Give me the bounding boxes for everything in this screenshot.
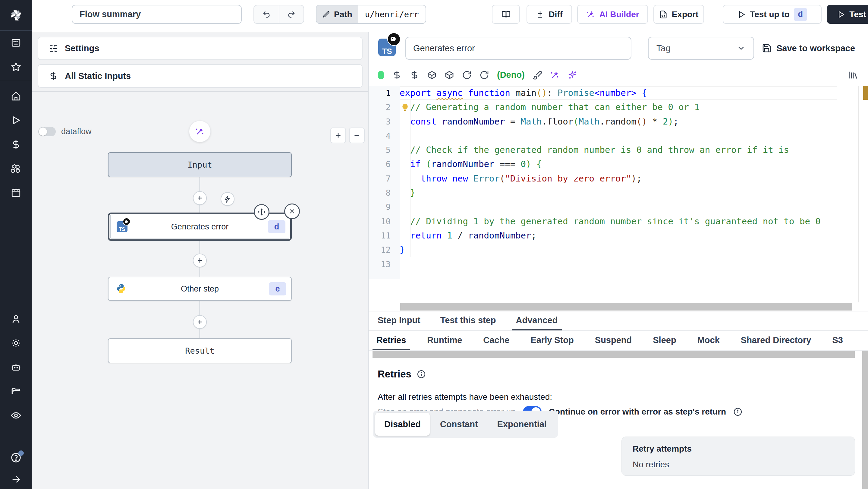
all-static-inputs-button[interactable]: All Static Inputs (38, 64, 363, 88)
sidebar-item-apps[interactable] (0, 31, 32, 55)
sidebar-item-home[interactable] (0, 84, 32, 108)
code-line-9[interactable] (400, 200, 837, 214)
redo-button[interactable] (279, 5, 304, 23)
play-icon (837, 10, 845, 19)
flow-summary-input[interactable] (72, 5, 242, 24)
sidebar-item-audit-logs[interactable] (0, 403, 32, 428)
add-variable-icon[interactable] (392, 70, 402, 80)
flow-graph[interactable]: dataflow Input (32, 92, 368, 489)
sidebar-item-schedules[interactable] (0, 181, 32, 205)
stab-early-stop[interactable]: Early Stop (527, 332, 578, 350)
zoom-in-button[interactable] (330, 127, 346, 143)
tag-select[interactable]: Tag (648, 37, 754, 60)
code-line-3[interactable]: const randomNumber = Math.floor(Math.ran… (400, 115, 837, 129)
code-line-1[interactable]: export async function main(): Promise<nu… (400, 86, 837, 100)
sidebar-item-users[interactable] (0, 307, 32, 331)
dataflow-toggle[interactable] (38, 127, 56, 136)
trigger-button[interactable] (221, 192, 235, 206)
stab-s3[interactable]: S3 (829, 332, 847, 350)
format-brush-icon[interactable] (532, 70, 542, 80)
code-line-11[interactable]: return 1 / randomNumber; (400, 228, 837, 243)
tab-test-this-step[interactable]: Test this step (436, 311, 500, 330)
diff-label: Diff (549, 10, 563, 19)
sidebar-item-runs[interactable] (0, 108, 32, 132)
step-name-input[interactable] (405, 37, 631, 60)
stab-retries[interactable]: Retries (373, 332, 410, 350)
save-to-workspace-button[interactable]: Save to workspace (762, 37, 855, 60)
docs-button[interactable] (492, 5, 520, 24)
undo-button[interactable] (254, 5, 279, 23)
insert-step-button-1[interactable] (193, 191, 207, 205)
editor-code[interactable]: export async function main(): Promise<nu… (400, 86, 837, 279)
insert-step-button-2[interactable] (193, 253, 207, 267)
sidebar-item-favorites[interactable] (0, 55, 32, 79)
sparkles-icon[interactable] (567, 70, 577, 80)
stab-shared-directory[interactable]: Shared Directory (737, 332, 815, 350)
move-step-button[interactable] (254, 204, 270, 220)
path-button[interactable]: Path u/henri/err (316, 5, 426, 24)
panel-vertical-scrollbar[interactable] (862, 350, 868, 489)
subtabs-horizontal-scrollbar[interactable] (373, 351, 855, 358)
code-line-8[interactable]: } (400, 186, 837, 200)
flow-node-input[interactable]: Input (108, 152, 292, 177)
package-icon[interactable] (427, 70, 437, 80)
stab-sleep[interactable]: Sleep (649, 332, 680, 350)
insert-step-button-3[interactable] (193, 315, 207, 329)
plus-icon (196, 257, 204, 264)
line-number: 12 (369, 243, 400, 257)
info-icon[interactable] (733, 407, 742, 416)
deno-runtime-label[interactable]: (Deno) (497, 70, 525, 80)
sidebar-item-help[interactable] (0, 446, 32, 470)
sidebar-item-variables[interactable] (0, 132, 32, 156)
input-node-label: Input (187, 160, 212, 170)
sidebar-item-resources[interactable] (0, 156, 32, 181)
retry-mode-exponential[interactable]: Exponential (488, 413, 556, 436)
continue-on-error-label[interactable]: Continue on error with error as step's r… (549, 407, 726, 417)
reload-icon-2[interactable] (479, 70, 489, 80)
code-line-10[interactable]: // Dividing 1 by the generated random nu… (400, 214, 837, 228)
stab-mock[interactable]: Mock (693, 332, 724, 350)
code-line-2[interactable]: // Generating a random number that can e… (400, 100, 837, 114)
stab-suspend[interactable]: Suspend (591, 332, 636, 350)
code-line-12[interactable]: } (400, 243, 837, 257)
code-line-4[interactable] (400, 129, 837, 143)
diff-button[interactable]: Diff (527, 5, 572, 24)
sidebar-item-settings[interactable] (0, 331, 32, 355)
test-up-to-button[interactable]: Test up to d (723, 5, 822, 24)
sidebar-expand-arrow[interactable] (0, 470, 32, 489)
windmill-logo[interactable] (0, 0, 32, 31)
export-button[interactable]: Export (653, 5, 704, 24)
code-line-5[interactable]: // Check if the generated random number … (400, 143, 837, 157)
info-icon[interactable] (417, 370, 426, 379)
code-editor[interactable]: 12345678910111213 export async function … (369, 86, 868, 311)
test-flow-button[interactable]: Test flow (827, 5, 868, 24)
flow-node-result[interactable]: Result (108, 338, 292, 363)
stab-runtime[interactable]: Runtime (423, 332, 466, 350)
graph-ai-wand-button[interactable] (189, 121, 211, 142)
retry-mode-constant[interactable]: Constant (431, 413, 487, 436)
code-line-7[interactable]: throw new Error("Division by zero error"… (400, 172, 837, 186)
library-icon[interactable] (848, 70, 858, 80)
reload-icon[interactable] (462, 70, 472, 80)
line-number: 11 (369, 228, 400, 243)
code-line-13[interactable] (400, 257, 837, 271)
delete-step-button[interactable] (284, 204, 300, 219)
zoom-out-button[interactable] (349, 127, 365, 143)
ai-wand-icon[interactable] (550, 70, 560, 80)
code-line-6[interactable]: if (randomNumber === 0) { (400, 157, 837, 171)
stab-cache[interactable]: Cache (479, 332, 513, 350)
add-resource-icon[interactable] (410, 70, 419, 80)
tab-advanced[interactable]: Advanced (512, 311, 562, 330)
tab-step-input[interactable]: Step Input (373, 311, 425, 330)
line-number: 7 (369, 172, 400, 186)
retry-mode-disabled[interactable]: Disabled (375, 413, 430, 436)
lightbulb-icon[interactable] (401, 103, 410, 112)
editor-horizontal-scrollbar[interactable] (400, 303, 852, 310)
package-icon-2[interactable] (444, 70, 454, 80)
windmill-flow-editor: Path u/henri/err Diff AI Builder Export … (0, 0, 868, 489)
flow-node-other-step[interactable]: Other step e (108, 277, 292, 301)
ai-builder-button[interactable]: AI Builder (577, 5, 648, 24)
sidebar-item-workers[interactable] (0, 355, 32, 379)
sidebar-item-folders[interactable] (0, 379, 32, 403)
flow-settings-button[interactable]: Settings (38, 37, 363, 60)
